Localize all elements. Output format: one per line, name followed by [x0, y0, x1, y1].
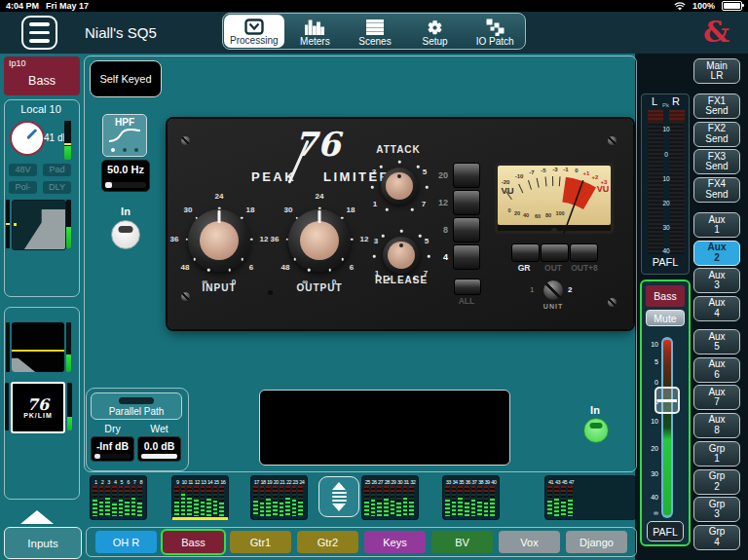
inputs-bank-button[interactable]: Inputs [4, 527, 82, 559]
channel-meter [174, 486, 179, 516]
hpf-frequency-slider[interactable] [105, 182, 146, 188]
pafl-button[interactable]: PAFL [647, 521, 684, 541]
channel-select-button[interactable]: OH R [95, 531, 157, 553]
ratio-all-button[interactable] [454, 279, 481, 295]
phantom-48v-button[interactable]: 48V [9, 164, 37, 176]
ratio-button-4[interactable] [453, 244, 480, 270]
meter-level [377, 503, 382, 516]
bus-button-grp-3[interactable]: Grp3 [693, 497, 740, 522]
unit-selector-knob[interactable] [543, 280, 563, 300]
hpf-frequency-box[interactable]: 50.0 Hz [101, 160, 150, 192]
ratio-button-12[interactable] [453, 190, 480, 215]
collapse-arrow[interactable] [20, 510, 54, 524]
channel-select-button[interactable]: Keys [364, 531, 426, 553]
polarity-button[interactable]: Pol- [9, 181, 37, 194]
meter-bank[interactable]: 3334353637383940 [443, 476, 499, 519]
bus-button-line2: Send [705, 134, 728, 145]
knob-pointer [218, 210, 221, 223]
sidechain-in-label: In [106, 205, 145, 217]
sidechain-hpf-button[interactable]: HPF [102, 114, 147, 157]
bus-button-grp-4[interactable]: Grp4 [693, 525, 740, 550]
wet-level-box[interactable]: 0.0 dB [137, 436, 181, 462]
main-meter-scale-label: 30 [656, 224, 676, 231]
bus-button-line2: Send [705, 190, 728, 201]
screw-icon [181, 136, 190, 145]
bus-button-fx1-send[interactable]: FX1Send [693, 93, 740, 119]
vu-mode-out-button[interactable] [541, 243, 569, 262]
meter-bank-scroll-button[interactable] [318, 476, 359, 517]
dry-level-box[interactable]: -Inf dB [91, 436, 134, 462]
tab-setup[interactable]: Setup [405, 14, 466, 49]
mute-button[interactable]: Mute [646, 310, 685, 326]
sidechain-in-toggle[interactable] [111, 220, 140, 249]
channel-number: 36 [465, 479, 471, 485]
meter-bank[interactable]: 12345678 [91, 476, 146, 519]
meters-icon [305, 19, 324, 36]
channel-select-button[interactable]: BV [431, 531, 493, 553]
bus-button-line2: 6 [714, 370, 720, 381]
knob-scale-label: 36 [170, 235, 179, 243]
bank-meters [253, 486, 305, 516]
bus-button-fx3-send[interactable]: FX3Send [693, 149, 740, 174]
channel-meter [490, 486, 495, 516]
attack-knob[interactable] [381, 168, 418, 205]
parallel-path-button[interactable]: Parallel Path [91, 392, 182, 420]
meter-bank[interactable]: 41434547 [545, 476, 635, 519]
channel-select-button[interactable]: Gtr2 [297, 531, 358, 553]
tab-processing[interactable]: Processing [224, 15, 284, 48]
ratio-button-8[interactable] [453, 217, 480, 243]
dry-slider[interactable] [94, 454, 131, 459]
tab-io-patch[interactable]: IO Patch [465, 14, 525, 49]
bus-button-fx2-send[interactable]: FX2Send [693, 122, 740, 147]
bus-button-grp-1[interactable]: Grp1 [693, 441, 740, 467]
channel-select-button[interactable]: Gtr1 [230, 531, 291, 553]
meter-level [409, 502, 414, 517]
delay-button[interactable]: DLY [43, 181, 71, 194]
bus-button-aux-5[interactable]: Aux5 [693, 329, 740, 355]
channel-select-button[interactable]: Django [566, 531, 627, 553]
limiter-in-led-button[interactable] [583, 418, 609, 443]
channel-number: 24 [298, 479, 305, 485]
self-keyed-button[interactable]: Self Keyed [90, 60, 162, 97]
bank-channel-numbers: 3334353637383940 [445, 478, 497, 486]
bus-button-aux-2[interactable]: Aux2 [693, 241, 740, 266]
knob-scale-dot [329, 269, 332, 272]
hamburger-menu-button[interactable] [21, 16, 57, 50]
processing-icon [244, 18, 264, 35]
bus-button-aux-1[interactable]: Aux1 [693, 212, 740, 238]
current-channel-badge[interactable]: Ip10 Bass [4, 56, 80, 95]
vu-mode-out8-button[interactable] [570, 243, 598, 262]
meter-level [298, 502, 303, 516]
pk76-limiter-thumbnail-selected[interactable]: 76 PK/LIM [11, 382, 65, 433]
gate-thumbnail[interactable] [12, 200, 66, 250]
bus-button-aux-6[interactable]: Aux6 [693, 357, 740, 383]
knob-scale-dot [286, 238, 289, 241]
release-knob[interactable] [383, 237, 420, 274]
bus-button-fx4-send[interactable]: FX4Send [693, 177, 740, 203]
channel-number: 32 [409, 479, 416, 485]
channel-meter [409, 486, 414, 516]
bus-button-aux-7[interactable]: Aux7 [693, 385, 740, 410]
compressor-thumbnail[interactable] [12, 322, 64, 372]
tab-scenes[interactable]: Scenes [345, 14, 405, 49]
gain-knob[interactable] [10, 121, 45, 156]
channel-select-button[interactable]: Bass [163, 531, 224, 553]
tab-meters[interactable]: Meters [285, 14, 346, 49]
knob-scale-label: 3 [372, 168, 376, 176]
vu-mode-gr-button[interactable] [511, 243, 540, 262]
channel-meter [391, 486, 395, 516]
bus-button-aux-3[interactable]: Aux3 [693, 268, 740, 293]
knob-scale-label: 24 [316, 192, 324, 201]
pad-button[interactable]: Pad [43, 164, 71, 176]
meter-bank[interactable]: 2526272829303132 [362, 476, 418, 519]
meter-bank[interactable]: 910111213141516 [172, 476, 228, 519]
bus-button-grp-2[interactable]: Grp2 [693, 469, 740, 495]
meter-bank[interactable]: 1718192021222324 [251, 476, 307, 519]
ratio-button-20[interactable] [453, 163, 480, 188]
bus-button-aux-8[interactable]: Aux8 [693, 413, 740, 438]
channel-select-button[interactable]: Vox [499, 531, 560, 553]
meter-level [187, 498, 192, 516]
bus-button-main-lr[interactable]: MainLR [693, 58, 740, 84]
wet-slider[interactable] [141, 454, 177, 459]
bus-button-aux-4[interactable]: Aux4 [693, 296, 740, 321]
